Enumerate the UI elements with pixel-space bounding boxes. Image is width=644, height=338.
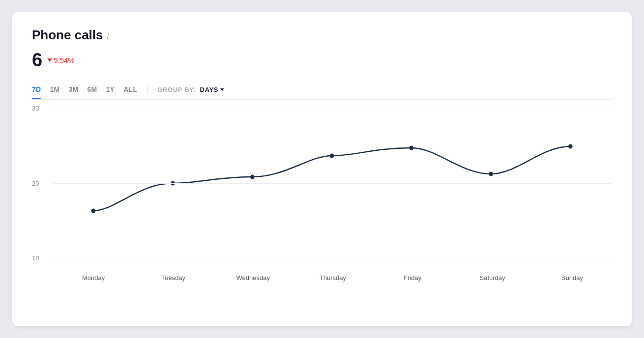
group-by-selector[interactable]: DAYS (200, 86, 225, 93)
trend-down-icon (47, 58, 52, 62)
grid-line-20 (54, 183, 612, 184)
x-label-monday: Monday (54, 274, 133, 282)
x-label-tuesday: Tuesday (133, 274, 213, 282)
controls-row: 7D 1M 3M 6M 1Y ALL GROUP BY: DAYS (32, 84, 612, 100)
group-by-value-text: DAYS (200, 86, 219, 93)
x-label-thursday: Thursday (293, 274, 373, 282)
filter-6m[interactable]: 6M (88, 85, 97, 98)
filter-all[interactable]: ALL (123, 85, 137, 98)
change-percent: 5.54% (54, 56, 75, 64)
data-point-friday (409, 146, 413, 150)
filter-1y[interactable]: 1Y (106, 85, 115, 98)
x-axis: Monday Tuesday Wednesday Thursday Friday… (54, 264, 612, 282)
x-label-wednesday: Wednesday (213, 274, 293, 282)
y-label-10: 10 (32, 254, 50, 262)
y-axis: 30 20 10 (32, 105, 50, 262)
phone-calls-card: Phone calls i 6 5.54% 7D 1M 3M 6M 1Y ALL… (12, 12, 632, 326)
x-label-saturday: Saturday (452, 274, 532, 282)
info-icon[interactable]: i (107, 32, 109, 41)
chart-area: 30 20 10 Monday (32, 105, 612, 282)
data-point-sunday (568, 144, 573, 149)
data-point-saturday (489, 172, 493, 176)
group-by-row: GROUP BY: DAYS (157, 86, 224, 98)
time-filters: 7D 1M 3M 6M 1Y ALL (32, 85, 137, 98)
metric-value: 6 (32, 50, 42, 71)
data-point-thursday (330, 154, 334, 158)
y-label-20: 20 (32, 180, 50, 187)
title-row: Phone calls i (32, 28, 612, 43)
filter-1m[interactable]: 1M (50, 85, 59, 98)
controls-divider (147, 84, 147, 94)
grid-line-30 (54, 105, 612, 105)
chevron-down-icon (220, 88, 224, 91)
grid-line-10 (54, 262, 612, 262)
data-point-monday (91, 209, 96, 213)
filter-3m[interactable]: 3M (68, 85, 78, 98)
y-label-30: 30 (32, 105, 50, 112)
metric-row: 6 5.54% (32, 50, 612, 71)
chart-inner (54, 105, 612, 262)
metric-change: 5.54% (47, 56, 75, 64)
filter-7d[interactable]: 7D (32, 85, 41, 98)
card-title: Phone calls (32, 28, 103, 43)
x-label-sunday: Sunday (532, 274, 612, 282)
data-point-wednesday (250, 175, 255, 179)
x-label-friday: Friday (373, 274, 452, 282)
group-by-label: GROUP BY: (157, 86, 196, 93)
